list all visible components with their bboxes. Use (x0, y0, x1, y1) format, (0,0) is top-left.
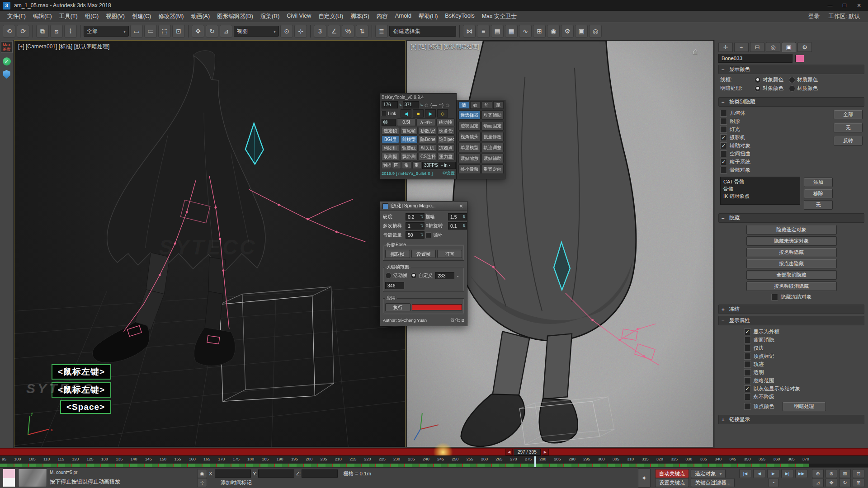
bskey-button-快备份[interactable]: 快备份 (437, 127, 455, 135)
select-and-link-icon[interactable]: ⧉ (36, 25, 49, 38)
render-setup-icon[interactable]: ⚙ (561, 25, 574, 38)
bskey-button-BGI显[interactable]: BGI显 (382, 136, 399, 143)
bskey-button-CS选择[interactable]: CS选择 (419, 153, 436, 160)
bskey-button-对关机[interactable]: 对关机 (419, 144, 436, 152)
mirror-icon[interactable]: ⋈ (463, 25, 476, 38)
next-key-icon[interactable]: ▶ (425, 109, 436, 117)
select-and-move-icon[interactable]: ✥ (192, 25, 204, 38)
login-button[interactable]: 登录 (804, 12, 824, 21)
range-to-field[interactable]: 346 (385, 282, 404, 289)
checkbox-几何体[interactable] (720, 110, 727, 117)
bskey-button-飘带刷[interactable]: 飘带刷 (400, 153, 418, 160)
radio-wireframe-object-color[interactable] (755, 77, 761, 83)
select-and-manipulate-icon[interactable]: ⊹ (294, 25, 307, 38)
menu-item-编辑(E)[interactable]: 编辑(E) (29, 12, 56, 21)
swing-field[interactable]: 1.5⇅ (448, 213, 467, 221)
set-key-button[interactable]: 设置关键点 (655, 478, 689, 487)
select-object-icon[interactable]: ▭ (130, 25, 143, 38)
checkbox-显示为外框[interactable]: ✓ (744, 328, 751, 335)
auto-key-button[interactable]: 自动关键点 (655, 469, 689, 478)
in-dropdown[interactable]: - in - (439, 162, 456, 169)
bskey-button-紧贴辅助[interactable]: 紧贴辅助 (481, 154, 504, 163)
frame-a-field[interactable]: 176 (382, 101, 398, 108)
menu-item-动画(A)[interactable]: 动画(A) (187, 12, 213, 21)
radio-shaded-material-color[interactable] (789, 85, 795, 92)
snap-toggle-icon[interactable]: 3 (314, 25, 326, 38)
x-coordinate-field[interactable] (215, 469, 251, 478)
bskey-button-隐Biped[interactable]: 隐Biped (437, 136, 455, 143)
button-抓取帧[interactable]: 抓取帧 (385, 250, 410, 258)
settings-button[interactable]: ⚙设置 (442, 170, 455, 176)
menu-item-文件(F)[interactable]: 文件(F) (4, 12, 29, 21)
bskey-button-首尾帧[interactable]: 首尾帧 (400, 127, 418, 135)
spinner-icon[interactable]: ⇅ (420, 232, 423, 238)
category-listbox[interactable]: CAT 骨骼骨骼IK 链对象点 (720, 177, 800, 205)
bskey-button-冻圈点[interactable]: 冻圈点 (437, 144, 455, 152)
reference-coordinate-dropdown[interactable]: 视图▾ (234, 26, 279, 37)
use-pivot-center-icon[interactable]: ⊙ (280, 25, 293, 38)
checkbox-粒子系统[interactable]: ✓ (720, 159, 727, 165)
spinner-icon[interactable]: ⇅ (420, 103, 423, 107)
list-item-骨骼[interactable]: 骨骼 (721, 185, 800, 192)
bskey-tab-蚊[interactable]: 蚊 (470, 101, 481, 109)
field-of-view-icon[interactable]: ⊿ (812, 478, 824, 487)
fps-field[interactable]: 30FPS (422, 162, 439, 169)
add-time-tag[interactable]: 添加时间标记 (221, 479, 252, 486)
bskey-button-秒数版![interactable]: 秒数版! (419, 127, 436, 135)
close-icon[interactable]: ✕ (458, 203, 465, 209)
bskey-button-取刷握[interactable]: 取刷握 (382, 153, 399, 160)
align-icon[interactable]: ≡ (477, 25, 490, 38)
checkbox-以灰色显示冻结对象[interactable]: ✓ (744, 385, 751, 392)
checkbox-摄影机[interactable]: ✓ (720, 134, 727, 141)
menu-item-脚本(S)[interactable]: 脚本(S) (347, 12, 373, 21)
ribbon-toggle-icon[interactable]: ▦ (505, 25, 518, 38)
display-tab-icon[interactable]: ▣ (782, 42, 796, 52)
bskey-button-轨迹线[interactable]: 轨迹线 (400, 144, 418, 152)
button-无[interactable]: 无 (804, 200, 833, 210)
key-square-icon[interactable]: ■ (413, 109, 424, 117)
menu-item-Max 安全卫士[interactable]: Max 安全卫士 (478, 12, 520, 21)
next-frame-icon[interactable]: ▶| (781, 469, 793, 478)
workspace-selector[interactable]: 工作区: 默认 (824, 12, 864, 21)
bskey-button-整小骨骼[interactable]: 整小骨骼 (458, 164, 481, 174)
button-全部取消隐藏[interactable]: 全部取消隐藏 (746, 270, 837, 280)
listener-macro-lane[interactable] (3, 469, 15, 478)
button-按点击隐藏[interactable]: 按点击隐藏 (746, 259, 837, 268)
time-slider-bar[interactable]: ◀ 297 / 395 ▶ (0, 448, 868, 455)
spinner-icon[interactable]: ⇅ (462, 214, 466, 220)
object-name-field[interactable]: Bone033 (718, 54, 793, 63)
checkbox-灯光[interactable] (720, 126, 727, 133)
spinner-icon[interactable]: ⇅ (420, 214, 423, 220)
bskey-button-前模型[interactable]: 前模型 (400, 136, 418, 143)
selected-dropdown[interactable]: 选定对象▾ (691, 469, 726, 478)
selection-lock-icon[interactable]: ◉ (197, 469, 207, 478)
utilities-tab-icon[interactable]: ⚙ (797, 42, 812, 52)
bskey-button-移动帧[interactable]: 移动帧 (436, 118, 455, 126)
vertex-shaded-button[interactable]: 明暗处理 (783, 402, 826, 411)
spinner-icon[interactable]: ⇅ (399, 103, 402, 107)
button-全部[interactable]: 全部 (834, 110, 863, 119)
antivirus-ok-icon[interactable]: ✓ (3, 57, 11, 66)
radio-shaded-object-color[interactable] (755, 85, 761, 92)
menu-item-创建(C)[interactable]: 创建(C) (128, 12, 155, 21)
menu-item-BsKeyTools[interactable]: BsKeyTools (441, 12, 478, 21)
maximize-viewport-icon[interactable]: ⊞ (853, 478, 864, 487)
menu-item-视图(V)[interactable]: 视图(V) (102, 12, 128, 21)
menu-item-帮助(H)[interactable]: 帮助(H) (415, 12, 441, 21)
motion-tab-icon[interactable]: ◎ (766, 42, 780, 52)
button-设置帧[interactable]: 设置帧 (411, 250, 436, 258)
checkbox-图形[interactable] (720, 118, 727, 125)
z-coordinate-field[interactable] (302, 469, 338, 478)
y-coordinate-field[interactable] (258, 469, 294, 478)
window-crossing-icon[interactable]: ⊡ (172, 25, 185, 38)
modify-tab-icon[interactable]: ⌁ (734, 42, 749, 52)
menu-item-Civil View[interactable]: Civil View (283, 12, 315, 21)
checkbox-忽略范围[interactable] (744, 377, 751, 384)
undo-icon[interactable]: ⟲ (3, 25, 15, 38)
samples-field[interactable]: 1⇅ (406, 222, 425, 230)
material-editor-icon[interactable]: ◉ (547, 25, 560, 38)
spinner-icon[interactable]: ⇅ (462, 223, 466, 229)
menu-item-自定义(U)[interactable]: 自定义(U) (315, 12, 347, 21)
close-button[interactable]: ✕ (853, 1, 865, 9)
bskey-button-轨迹调整[interactable]: 轨迹调整 (481, 143, 504, 152)
